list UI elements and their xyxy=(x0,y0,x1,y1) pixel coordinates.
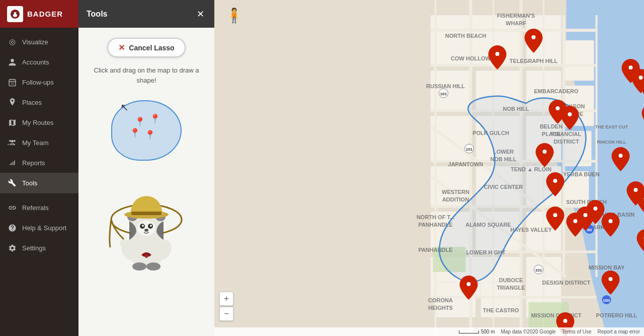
zoom-in-button[interactable]: + xyxy=(219,292,233,306)
scale-line xyxy=(459,330,479,333)
my-routes-icon xyxy=(7,117,17,127)
svg-text:MISSION BAY: MISSION BAY xyxy=(589,264,625,271)
sidebar-item-label: Settings xyxy=(22,244,46,252)
referrals-icon xyxy=(7,203,17,213)
svg-text:FISHERMAN'S: FISHERMAN'S xyxy=(497,13,535,19)
lasso-preview: ↖ 📍 📍 📍 📍 xyxy=(106,95,187,166)
cancel-x-icon: ✕ xyxy=(118,43,125,52)
sidebar-item-label: Accounts xyxy=(22,58,49,66)
sidebar: BADGER ◎ Visualize Accounts 31 Follow-up… xyxy=(0,0,78,336)
svg-point-147 xyxy=(553,213,557,217)
svg-point-146 xyxy=(609,219,613,223)
sidebar-item-label: Visualize xyxy=(22,38,48,46)
tools-header: Tools ✕ xyxy=(78,0,214,28)
visualize-icon: ◎ xyxy=(7,37,17,47)
svg-text:NORTH BEACH: NORTH BEACH xyxy=(445,33,486,39)
sidebar-item-referrals[interactable]: Referrals xyxy=(0,197,78,218)
svg-text:EMBARCADERO: EMBARCADERO xyxy=(534,88,579,94)
cancel-lasso-button[interactable]: ✕ Cancel Lasso xyxy=(107,38,185,57)
svg-text:WESTERN: WESTERN xyxy=(442,189,469,195)
svg-point-29 xyxy=(146,262,160,271)
zoom-out-button[interactable]: − xyxy=(219,307,233,321)
svg-text:RINCON HILL: RINCON HILL xyxy=(597,140,626,145)
svg-point-139 xyxy=(553,179,557,183)
map-container: FISHERMAN'S WHARF NORTH BEACH COW HOLLOW… xyxy=(214,0,644,336)
svg-point-143 xyxy=(594,207,598,211)
tools-content: ✕ Cancel Lasso Click and drag on the map… xyxy=(78,28,214,336)
svg-point-126 xyxy=(532,35,536,39)
map-pin-4: 📍 xyxy=(144,129,155,141)
logo-text: BADGER xyxy=(27,10,63,18)
map-pin-3: 📍 xyxy=(129,127,140,139)
svg-point-27 xyxy=(120,239,128,247)
sidebar-item-accounts[interactable]: Accounts xyxy=(0,52,78,72)
sidebar-item-reports[interactable]: Reports xyxy=(0,153,78,173)
report-error-link[interactable]: Report a map error xyxy=(598,329,640,334)
sidebar-item-followups[interactable]: 31 Follow-ups xyxy=(0,72,78,92)
svg-point-28 xyxy=(132,262,146,271)
svg-point-150 xyxy=(609,277,613,281)
svg-point-125 xyxy=(496,52,500,56)
sidebar-item-label: Reports xyxy=(22,159,45,167)
sidebar-item-label: Tools xyxy=(22,179,37,187)
svg-text:THE EAST CUT: THE EAST CUT xyxy=(595,124,628,129)
svg-text:THE CASTRO: THE CASTRO xyxy=(483,307,519,313)
svg-text:31: 31 xyxy=(11,82,14,85)
svg-point-140 xyxy=(634,188,638,192)
svg-point-151 xyxy=(564,319,568,323)
svg-text:DUBOCE: DUBOCE xyxy=(499,277,523,283)
nav-menu: ◎ Visualize Accounts 31 Follow-ups Place… xyxy=(0,28,78,193)
places-icon xyxy=(7,97,17,107)
svg-point-137 xyxy=(543,150,547,154)
map-pin-1: 📍 xyxy=(134,116,145,127)
svg-text:MISSION DISTRICT: MISSION DISTRICT xyxy=(531,312,582,318)
svg-text:101: 101 xyxy=(535,268,542,273)
svg-text:POTRERO HILL: POTRERO HILL xyxy=(596,312,637,318)
svg-point-128 xyxy=(639,76,643,80)
sidebar-item-my-routes[interactable]: My Routes xyxy=(0,112,78,132)
tools-title: Tools xyxy=(87,10,107,19)
accounts-icon xyxy=(7,57,17,67)
badger-mascot xyxy=(101,182,192,273)
svg-rect-10 xyxy=(14,160,15,165)
svg-text:TRIANGLE: TRIANGLE xyxy=(497,285,525,291)
pegman[interactable]: 🧍 xyxy=(225,7,243,24)
my-team-icon xyxy=(7,138,17,148)
map-footer: 500 m Map data ©2020 Google Terms of Use… xyxy=(214,327,644,336)
svg-point-138 xyxy=(619,154,623,158)
tools-close-button[interactable]: ✕ xyxy=(194,8,206,20)
svg-text:TELEGRAPH HILL: TELEGRAPH HILL xyxy=(510,58,558,64)
reports-icon xyxy=(7,158,17,168)
map-svg: FISHERMAN'S WHARF NORTH BEACH COW HOLLOW… xyxy=(214,0,644,336)
svg-point-127 xyxy=(629,65,633,70)
map-controls: + − xyxy=(219,292,233,321)
terms-of-use-link[interactable]: Terms of Use xyxy=(562,329,592,334)
sidebar-item-label: Places xyxy=(22,99,42,106)
app-logo: BADGER xyxy=(0,0,78,28)
sidebar-item-label: My Team xyxy=(22,139,49,147)
help-icon xyxy=(7,223,17,233)
sidebar-item-settings[interactable]: Settings xyxy=(0,238,78,258)
svg-point-24 xyxy=(145,255,148,258)
svg-text:NORTH OF T...: NORTH OF T... xyxy=(417,214,454,220)
sidebar-item-places[interactable]: Places xyxy=(0,92,78,112)
scale-bar: 500 m xyxy=(459,329,495,334)
sidebar-item-label: Referrals xyxy=(22,204,49,212)
sidebar-item-visualize[interactable]: ◎ Visualize xyxy=(0,32,78,52)
svg-rect-7 xyxy=(10,163,10,165)
svg-point-144 xyxy=(584,213,588,217)
svg-rect-9 xyxy=(13,161,13,165)
cursor-indicator: ↖ xyxy=(120,101,129,113)
svg-point-152 xyxy=(467,282,471,286)
sidebar-item-tools[interactable]: Tools xyxy=(0,173,78,193)
svg-text:CORONA: CORONA xyxy=(428,297,453,303)
svg-rect-8 xyxy=(11,162,12,165)
sidebar-item-my-team[interactable]: My Team xyxy=(0,132,78,153)
sidebar-item-label: Help & Support xyxy=(22,224,66,232)
map-data-credit: Map data ©2020 Google xyxy=(501,329,555,334)
sidebar-item-help[interactable]: Help & Support xyxy=(0,218,78,238)
svg-rect-23 xyxy=(131,212,162,215)
svg-text:ADDITION: ADDITION xyxy=(442,196,469,203)
svg-point-18 xyxy=(150,225,152,227)
svg-point-17 xyxy=(142,225,144,227)
